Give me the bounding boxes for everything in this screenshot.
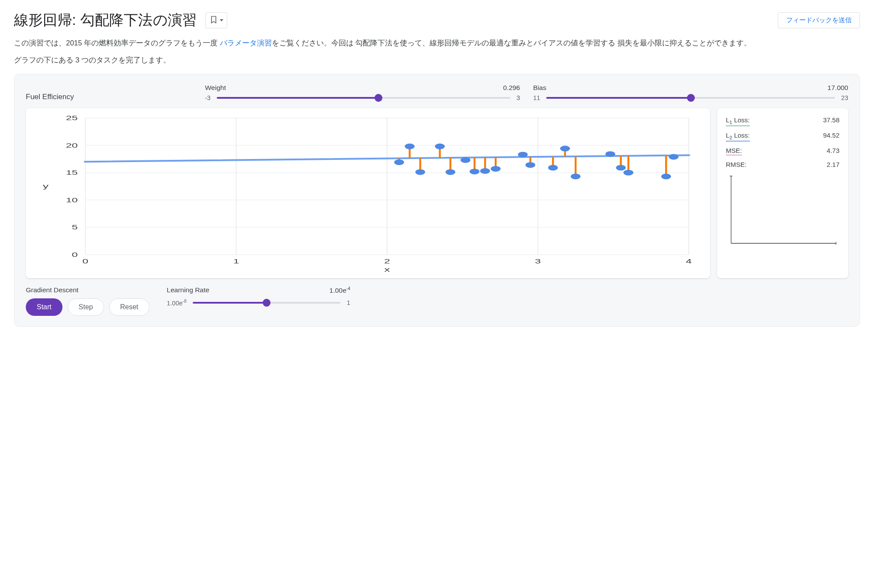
- svg-point-56: [560, 146, 570, 152]
- svg-point-59: [616, 165, 626, 171]
- svg-text:x: x: [384, 266, 390, 273]
- svg-text:3: 3: [535, 258, 541, 265]
- lr-min: 1.00e-8: [167, 299, 187, 307]
- weight-max: 3: [517, 94, 520, 101]
- gradient-descent-label: Gradient Descent: [26, 286, 149, 294]
- svg-text:y: y: [43, 183, 49, 190]
- svg-point-47: [435, 144, 445, 149]
- bias-value: 17.000: [828, 84, 848, 92]
- svg-point-48: [445, 169, 455, 175]
- step-button[interactable]: Step: [68, 298, 104, 316]
- weight-slider-block: Weight 0.296 -3 3: [205, 84, 520, 102]
- svg-point-54: [525, 163, 535, 168]
- learning-rate-slider[interactable]: [193, 298, 341, 307]
- weight-value: 0.296: [503, 84, 520, 92]
- rmse-label: RMSE:: [726, 161, 747, 168]
- page-title: 線形回帰: 勾配降下法の演習: [14, 10, 197, 30]
- svg-text:20: 20: [66, 142, 78, 149]
- weight-slider[interactable]: [217, 93, 510, 102]
- mse-label: MSE:: [726, 147, 742, 156]
- svg-point-50: [470, 169, 480, 175]
- rmse-value: 2.17: [827, 161, 839, 168]
- svg-point-52: [491, 166, 501, 172]
- svg-point-57: [571, 174, 581, 180]
- send-feedback-button[interactable]: フィードバックを送信: [778, 12, 860, 28]
- lr-max: 1: [347, 299, 350, 306]
- svg-text:15: 15: [66, 169, 78, 176]
- svg-point-61: [661, 174, 671, 180]
- svg-point-49: [461, 157, 471, 163]
- svg-text:5: 5: [72, 224, 78, 231]
- scatter-chart: 051015202501234xy: [26, 108, 710, 278]
- svg-point-58: [605, 152, 615, 157]
- chart-title: Fuel Efficiency: [26, 84, 192, 101]
- start-button[interactable]: Start: [26, 298, 62, 316]
- svg-text:10: 10: [66, 197, 78, 204]
- svg-point-53: [518, 152, 528, 158]
- l1-loss-value: 37.58: [823, 116, 839, 126]
- bias-max: 23: [841, 94, 848, 101]
- svg-text:4: 4: [686, 258, 692, 265]
- svg-text:0: 0: [83, 258, 89, 265]
- chevron-down-icon: [220, 19, 223, 21]
- weight-min: -3: [205, 94, 211, 101]
- intro-paragraph-2: グラフの下にある 3 つのタスクを完了します。: [14, 54, 860, 66]
- bias-slider[interactable]: [546, 93, 835, 102]
- metrics-panel: L1 Loss: 37.58 L2 Loss: 94.52 MSE: 4.73 …: [717, 108, 848, 278]
- parameter-exercise-link[interactable]: パラメータ演習: [220, 39, 272, 47]
- bookmark-button[interactable]: [205, 12, 227, 28]
- l2-loss-value: 94.52: [823, 131, 839, 142]
- loss-history-miniplot: [726, 173, 839, 249]
- svg-point-44: [394, 159, 404, 165]
- svg-text:2: 2: [384, 258, 390, 265]
- learning-rate-value: 1.00e-4: [329, 286, 350, 294]
- intro-paragraph-1: この演習では、2015 年の燃料効率データのグラフをもう一度 パラメータ演習をご…: [14, 37, 860, 49]
- mse-value: 4.73: [827, 147, 839, 156]
- bookmark-icon: [209, 15, 218, 25]
- weight-label: Weight: [205, 84, 226, 92]
- bias-label: Bias: [533, 84, 546, 92]
- l2-loss-label: L2 Loss:: [726, 131, 750, 142]
- svg-text:25: 25: [66, 115, 78, 121]
- svg-text:0: 0: [72, 252, 78, 258]
- svg-point-62: [669, 154, 679, 160]
- bias-slider-block: Bias 17.000 11 23: [533, 84, 848, 102]
- gradient-descent-widget: Fuel Efficiency Weight 0.296 -3 3 Bias 1…: [14, 74, 860, 327]
- svg-point-46: [415, 169, 425, 175]
- svg-point-60: [624, 170, 634, 176]
- bias-min: 11: [533, 94, 540, 101]
- svg-point-51: [480, 168, 490, 174]
- l1-loss-label: L1 Loss:: [726, 116, 750, 126]
- svg-text:1: 1: [233, 258, 239, 265]
- svg-point-55: [548, 165, 558, 171]
- learning-rate-label: Learning Rate: [167, 286, 209, 294]
- reset-button[interactable]: Reset: [109, 298, 149, 316]
- svg-point-45: [405, 144, 415, 149]
